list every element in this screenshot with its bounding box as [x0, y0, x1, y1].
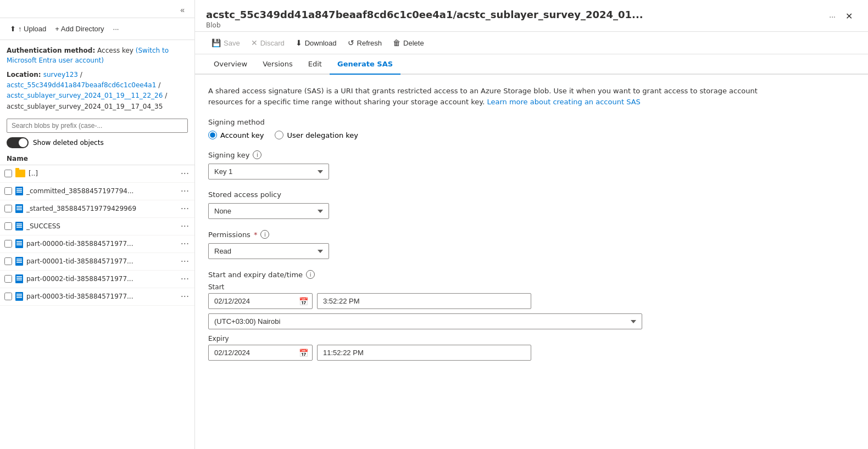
- permissions-section: Permissions * i Read Write Delete List: [208, 230, 855, 259]
- start-expiry-section: Start and expiry date/time i Start 📅 (UT…: [208, 270, 855, 361]
- stored-access-policy-section: Stored access policy None: [208, 190, 855, 219]
- file-checkbox[interactable]: [4, 205, 12, 212]
- file-checkbox[interactable]: [4, 222, 12, 230]
- breadcrumb-acstc[interactable]: acstc_55c349dd41a847beaaf8cd6c1c0ee4a1: [7, 81, 156, 89]
- file-name: part-00001-tid-385884571977...: [26, 257, 176, 265]
- expiry-calendar-icon[interactable]: 📅: [299, 349, 308, 357]
- panel-header: acstc_55c349dd41a847beaaf8cd6c1c0ee4a1/a…: [195, 0, 868, 32]
- start-expiry-label: Start and expiry date/time i: [208, 270, 855, 279]
- list-item[interactable]: part-00003-tid-385884571977... ···: [0, 288, 194, 306]
- user-delegation-radio[interactable]: [275, 131, 283, 139]
- account-key-label: Account key: [220, 131, 264, 139]
- upload-button[interactable]: ⬆ ↑ Upload: [7, 23, 49, 35]
- file-more-button[interactable]: ···: [180, 291, 190, 302]
- file-more-button[interactable]: ···: [180, 274, 190, 284]
- tabs-row: Overview Versions Edit Generate SAS: [195, 54, 868, 75]
- list-item[interactable]: part-00002-tid-385884571977... ···: [0, 271, 194, 288]
- file-list: [..] ··· _committed_38588457197794... ··…: [0, 165, 194, 449]
- breadcrumb-sublayer[interactable]: acstc_sublayer_survey_2024_01_19__11_22_…: [7, 92, 163, 99]
- file-more-button[interactable]: ···: [180, 256, 190, 267]
- delete-button[interactable]: 🗑 Delete: [387, 35, 430, 50]
- user-delegation-key-option[interactable]: User delegation key: [275, 131, 358, 139]
- file-checkbox[interactable]: [4, 170, 12, 177]
- left-panel: « ⬆ ↑ Upload + Add Directory ··· Authent…: [0, 0, 195, 449]
- account-key-radio[interactable]: [208, 131, 217, 139]
- signing-method-label: Signing method: [208, 118, 855, 126]
- list-item[interactable]: [..] ···: [0, 165, 194, 183]
- file-list-header: Name: [0, 153, 194, 165]
- breadcrumb-survey123[interactable]: survey123: [43, 71, 78, 78]
- signing-key-label: Signing key i: [208, 150, 855, 159]
- file-doc-icon: [15, 292, 23, 301]
- tab-overview[interactable]: Overview: [206, 54, 255, 75]
- discard-button[interactable]: ✕ Discard: [246, 35, 290, 50]
- add-directory-button[interactable]: + Add Directory: [52, 23, 107, 35]
- left-toolbar-more-button[interactable]: ···: [110, 23, 123, 35]
- file-checkbox[interactable]: [4, 240, 12, 248]
- file-checkbox[interactable]: [4, 293, 12, 300]
- right-panel: acstc_55c349dd41a847beaaf8cd6c1c0ee4a1/a…: [195, 0, 868, 449]
- file-checkbox[interactable]: [4, 187, 12, 195]
- start-datetime-row: 📅: [208, 293, 855, 309]
- file-name: _committed_38588457197794...: [26, 187, 176, 195]
- file-checkbox[interactable]: [4, 257, 12, 265]
- start-time-input[interactable]: [317, 293, 531, 309]
- signing-key-info-icon[interactable]: i: [253, 150, 261, 159]
- signing-key-select[interactable]: Key 1 Key 2: [208, 164, 329, 179]
- download-button[interactable]: ⬇ Download: [290, 35, 342, 50]
- list-item[interactable]: _started_3858845719779429969 ···: [0, 200, 194, 218]
- tab-edit[interactable]: Edit: [301, 54, 330, 75]
- expiry-time-input[interactable]: [317, 345, 531, 361]
- panel-more-button[interactable]: ···: [826, 11, 839, 22]
- location-section: Location: survey123 / acstc_55c349dd41a8…: [0, 69, 194, 116]
- permissions-select[interactable]: Read Write Delete List: [208, 243, 329, 259]
- signing-method-section: Signing method Account key User delegati…: [208, 118, 855, 139]
- learn-more-link[interactable]: Learn more about creating an account SAS: [487, 98, 640, 106]
- start-expiry-info-icon[interactable]: i: [306, 270, 315, 279]
- file-more-button[interactable]: ···: [180, 221, 190, 232]
- search-input[interactable]: [7, 119, 188, 133]
- file-name: part-00002-tid-385884571977...: [26, 275, 176, 283]
- required-star: *: [254, 231, 258, 239]
- file-doc-icon: [15, 274, 23, 283]
- list-item[interactable]: _SUCCESS ···: [0, 218, 194, 235]
- list-item[interactable]: part-00000-tid-385884571977... ···: [0, 235, 194, 253]
- start-label: Start: [208, 283, 855, 291]
- start-date-input[interactable]: [208, 293, 313, 309]
- file-name: _started_3858845719779429969: [26, 205, 176, 212]
- close-button[interactable]: ✕: [841, 9, 857, 24]
- timezone-select[interactable]: (UTC+03:00) Nairobi (UTC+00:00) UTC (UTC…: [208, 313, 642, 329]
- panel-toolbar: 💾 Save ✕ Discard ⬇ Download ↺ Refresh 🗑 …: [195, 32, 868, 54]
- tab-generate-sas[interactable]: Generate SAS: [330, 54, 400, 75]
- file-doc-icon: [15, 239, 23, 248]
- expiry-date-wrapper: 📅: [208, 345, 313, 361]
- file-more-button[interactable]: ···: [180, 204, 190, 214]
- file-checkbox[interactable]: [4, 275, 12, 283]
- file-more-button[interactable]: ···: [180, 186, 190, 197]
- permissions-label: Permissions * i: [208, 230, 855, 239]
- expiry-date-input[interactable]: [208, 345, 313, 361]
- file-name: part-00003-tid-385884571977...: [26, 293, 176, 300]
- file-more-button[interactable]: ···: [180, 239, 190, 249]
- account-key-option[interactable]: Account key: [208, 131, 264, 139]
- collapse-button[interactable]: «: [177, 4, 188, 15]
- discard-icon: ✕: [251, 38, 258, 47]
- file-doc-icon: [15, 187, 23, 195]
- panel-content: A shared access signature (SAS) is a URI…: [195, 75, 868, 449]
- save-icon: 💾: [212, 38, 221, 47]
- show-deleted-toggle[interactable]: [7, 137, 29, 148]
- permissions-info-icon[interactable]: i: [260, 230, 269, 239]
- list-item[interactable]: _committed_38588457197794... ···: [0, 183, 194, 200]
- save-button[interactable]: 💾 Save: [206, 35, 246, 50]
- stored-access-policy-select[interactable]: None: [208, 203, 329, 219]
- signing-key-section: Signing key i Key 1 Key 2: [208, 150, 855, 179]
- toggle-row: Show deleted objects: [0, 137, 194, 153]
- refresh-button[interactable]: ↺ Refresh: [342, 35, 388, 50]
- file-doc-icon: [15, 257, 23, 266]
- file-name: [..]: [29, 170, 176, 177]
- list-item[interactable]: part-00001-tid-385884571977... ···: [0, 253, 194, 271]
- left-panel-header: «: [0, 0, 194, 18]
- file-more-button[interactable]: ···: [180, 169, 190, 179]
- tab-versions[interactable]: Versions: [255, 54, 301, 75]
- start-calendar-icon[interactable]: 📅: [299, 297, 308, 306]
